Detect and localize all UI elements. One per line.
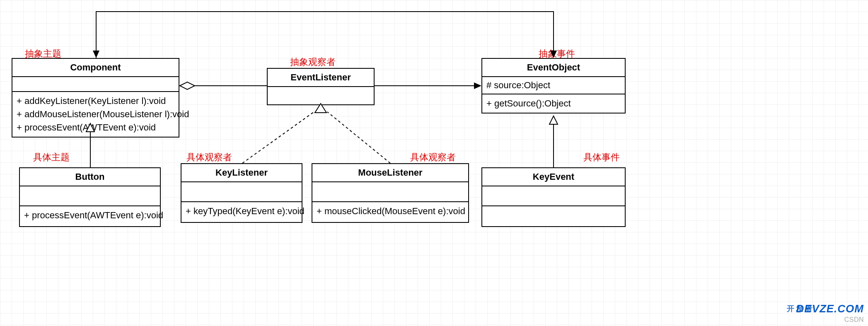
attr: # source:Object [486, 79, 621, 92]
class-keyevent-attrs [482, 186, 625, 206]
watermark-devze: DEVZE.COM [796, 302, 864, 315]
label-concrete-subject: 具体主题 [33, 151, 70, 164]
op: + addKeyListener(KeyListener l):void [17, 94, 174, 108]
class-eventlistener-title: EventListener [268, 69, 374, 87]
class-eventobject-title: EventObject [482, 59, 625, 77]
class-button-attrs [20, 186, 160, 206]
class-keylistener-attrs [181, 182, 302, 202]
op: + processEvent(AWTEvent e):void [17, 121, 174, 134]
op: + mouseClicked(MouseEvent e):void [317, 205, 464, 218]
class-mouselistener-ops: + mouseClicked(MouseEvent e):void [312, 202, 468, 222]
class-component-ops: + addKeyListener(KeyListener l):void + a… [12, 92, 179, 137]
class-eventlistener-body [268, 87, 374, 104]
class-eventobject-ops: + getSource():Object [482, 94, 625, 113]
hollow-triangle-icon [549, 116, 558, 124]
class-eventobject: EventObject # source:Object + getSource(… [481, 58, 626, 113]
class-button: Button + processEvent(AWTEvent e):void [19, 167, 161, 227]
class-keyevent-ops [482, 206, 625, 226]
label-abstract-observer: 抽象观察者 [290, 56, 336, 68]
arrow-component-to-eventobject [96, 12, 554, 58]
op: + processEvent(AWTEvent e):void [24, 209, 156, 222]
class-keylistener-title: KeyListener [181, 164, 302, 182]
op: + addMouseListener(MouseListener l):void [17, 108, 174, 121]
class-keylistener-ops: + keyTyped(KeyEvent e):void [181, 202, 302, 222]
class-keylistener: KeyListener + keyTyped(KeyEvent e):void [181, 163, 302, 223]
class-button-title: Button [20, 168, 160, 186]
class-eventlistener: EventListener [267, 68, 375, 105]
class-component-title: Component [12, 59, 179, 77]
arrow-mouselistener-to-eventlistener [327, 112, 390, 163]
class-button-ops: + processEvent(AWTEvent e):void [20, 206, 160, 226]
op: + keyTyped(KeyEvent e):void [186, 205, 297, 218]
op: + getSource():Object [486, 97, 621, 110]
watermark-csdn: CSDN [844, 316, 864, 324]
solid-arrowhead-icon [474, 82, 481, 89]
label-concrete-event: 具体事件 [583, 151, 620, 164]
label-concrete-observer-mouse: 具体观察者 [410, 151, 456, 164]
class-keyevent-title: KeyEvent [482, 168, 625, 186]
label-concrete-observer-key: 具体观察者 [186, 151, 232, 164]
class-component: Component + addKeyListener(KeyListener l… [12, 58, 179, 138]
class-keyevent: KeyEvent [481, 167, 626, 227]
class-mouselistener-title: MouseListener [312, 164, 468, 182]
class-component-attrs [12, 77, 179, 92]
solid-arrowhead-icon [93, 51, 99, 58]
class-eventobject-attrs: # source:Object [482, 77, 625, 94]
arrow-keylistener-to-eventlistener [242, 112, 314, 163]
class-mouselistener: MouseListener + mouseClicked(MouseEvent … [312, 163, 469, 223]
hollow-diamond-icon [180, 82, 195, 89]
class-mouselistener-attrs [312, 182, 468, 202]
